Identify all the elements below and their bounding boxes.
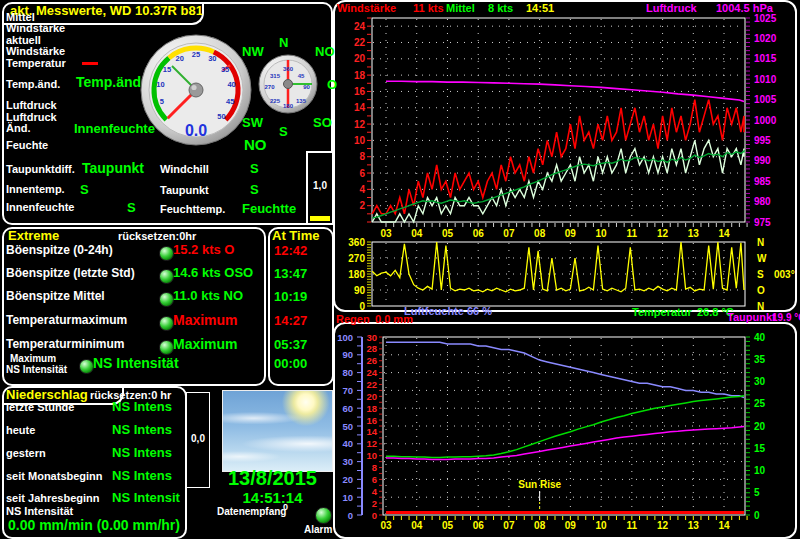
gauge-tick-label: 30: [208, 54, 216, 63]
extreme-row-value: 15.2 kts O: [173, 243, 234, 256]
reset-led[interactable]: [159, 269, 174, 284]
temp-chart-container: [333, 322, 797, 539]
compass-hub: [284, 80, 293, 89]
value-innenfeuchte-2: S: [127, 201, 136, 214]
gauge-hub-highlight: [191, 85, 196, 90]
extreme-row-label: Böenspitze (letzte Std): [6, 267, 135, 279]
label-feuchte: Feuchte: [6, 140, 48, 151]
extreme-row-value: NS Intensität: [93, 356, 179, 370]
extreme-row-label: Böenspitze Mittel: [6, 290, 105, 302]
wind-chart-container: [333, 0, 797, 312]
extremes-reset: rücksetzen:0hr: [118, 231, 196, 242]
pressure-label: Luftdruck: [646, 3, 697, 14]
compass-tick-label: 180: [283, 103, 294, 109]
reset-led[interactable]: [159, 292, 174, 307]
extreme-time: 14:27: [274, 314, 307, 327]
gauge-tick-label: 5: [160, 97, 164, 106]
wind-mean-value: 8 kts: [488, 3, 513, 14]
gauge-value: 0.0: [185, 122, 207, 139]
extreme-time: 10:19: [274, 290, 307, 303]
label-windstaerke-aktuell: Windstärke: [6, 46, 65, 57]
label-tempaenderung: Temp.änd.: [6, 79, 60, 90]
rain-title: Niederschlag: [6, 388, 88, 401]
intensity-scale-bar: 1,0: [306, 151, 334, 225]
compass-label-s: S: [279, 125, 288, 138]
label-windchill: Windchill: [160, 164, 209, 175]
extreme-time: 05:37: [274, 338, 307, 351]
rain-row-label: letzte Stunde: [6, 402, 74, 413]
value-taupunktdiff: Taupunkt: [82, 161, 144, 175]
rain-scale-bar: 0,0: [186, 392, 210, 488]
label-taupunktdiff: Taupunktdiff.: [6, 164, 75, 175]
extreme-time: 00:00: [274, 357, 307, 370]
rain-series-label: Regen: [336, 314, 370, 325]
extreme-row-value: 14.6 kts OSO: [173, 266, 253, 279]
extreme-row-value: Maximum: [173, 313, 238, 327]
rain-row-value: NS Intens: [112, 423, 172, 436]
extremes-title: Extreme: [8, 229, 59, 242]
extreme-row-label: Temperaturmaximum: [6, 314, 127, 326]
rain-row-value: NS Intens: [112, 400, 172, 413]
reset-led[interactable]: [79, 359, 94, 374]
gauge-tick-label: 15: [163, 65, 171, 74]
rain-row-label: heute: [6, 425, 35, 436]
reset-led[interactable]: [159, 246, 174, 261]
wind-chart-title: Windstärke: [337, 3, 396, 14]
intensity-scale-fill: [310, 216, 330, 221]
rain-scale-label: 0,0: [187, 433, 209, 444]
gauge-tick-label: 10: [156, 80, 164, 89]
gauge-tick-label: 20: [176, 54, 184, 63]
compass-tick-label: 45: [298, 73, 305, 79]
gauge-tick-label: 25: [192, 50, 200, 59]
weather-display-app: { "colors":{"green":"#00ff00","yellow":"…: [0, 0, 800, 539]
extreme-row-label: Böenspitze (0-24h): [6, 244, 113, 256]
compass-tick-label: 360: [283, 66, 294, 72]
extreme-row-value: Maximum: [173, 337, 238, 351]
label-luftdruck: Luftdruck: [6, 100, 57, 111]
sky-image: [222, 390, 333, 472]
compass-tick-label: 315: [270, 73, 281, 79]
label-taupunkt: Taupunkt: [160, 185, 209, 196]
value-innentemp: S: [80, 183, 89, 196]
temp-series-label: Temperatur: [632, 307, 692, 318]
dew-series-value: 19.9 °C: [772, 313, 800, 323]
gauge-tick-label: 50: [217, 112, 225, 121]
compass-tick-label: 90: [303, 84, 310, 90]
label-feuchttemp: Feuchttemp.: [160, 204, 225, 215]
extreme-time: 13:47: [274, 267, 307, 280]
value-feuchttemp: Feuchtte: [242, 202, 296, 215]
extreme-row-label: Temperaturminimum: [6, 338, 124, 350]
extreme-time: 12:42: [274, 244, 307, 257]
chart-time: 14:51: [526, 3, 554, 14]
rain-row-label: seit Jahresbeginn: [6, 493, 100, 504]
rain-row-label: gestern: [6, 448, 46, 459]
reception-value: 0: [283, 503, 288, 512]
compass-label-so: SO: [313, 116, 332, 129]
wind-speed-gauge: 0.0 5101520253035404550: [138, 32, 254, 148]
wind-direction-compass: 3604590135180225270315: [257, 53, 319, 115]
rain-row-label: seit Monatsbeginn: [6, 471, 103, 482]
rain-row-value: NS Intens: [112, 469, 172, 482]
alarm-led[interactable]: [315, 507, 332, 524]
value-tempaenderung: Temp.änd: [76, 75, 141, 89]
label-innenfeuchte: Innenfeuchte: [6, 202, 74, 213]
reset-led[interactable]: [159, 316, 174, 331]
temperature-legend-dash: [82, 62, 98, 65]
wind-mean-label: Mittel: [446, 3, 475, 14]
extreme-row-value: 11.0 kts NO: [173, 289, 243, 302]
time-display: 14:51:14: [210, 490, 335, 505]
intensity-scale-label: 1,0: [308, 180, 332, 191]
humidity-series-label: Luftfeuchte 66 %: [404, 306, 492, 317]
label-luftdruck-aend-2: Änd.: [6, 123, 30, 134]
compass-tick-label: 270: [264, 84, 275, 90]
reset-led[interactable]: [159, 340, 174, 355]
wind-current-value: 11 kts: [413, 3, 444, 14]
compass-label-n: N: [279, 36, 288, 49]
compass-label-o: O: [327, 78, 337, 91]
rain-row-value: NS Intens: [112, 446, 172, 459]
label-temperatur: Temperatur: [6, 58, 66, 69]
extreme-row-label: Maximum: [10, 354, 56, 364]
at-time-title: At Time: [272, 229, 319, 242]
dew-series-label: Taupunkt: [727, 312, 776, 323]
gauge-tick-label: 35: [221, 65, 229, 74]
